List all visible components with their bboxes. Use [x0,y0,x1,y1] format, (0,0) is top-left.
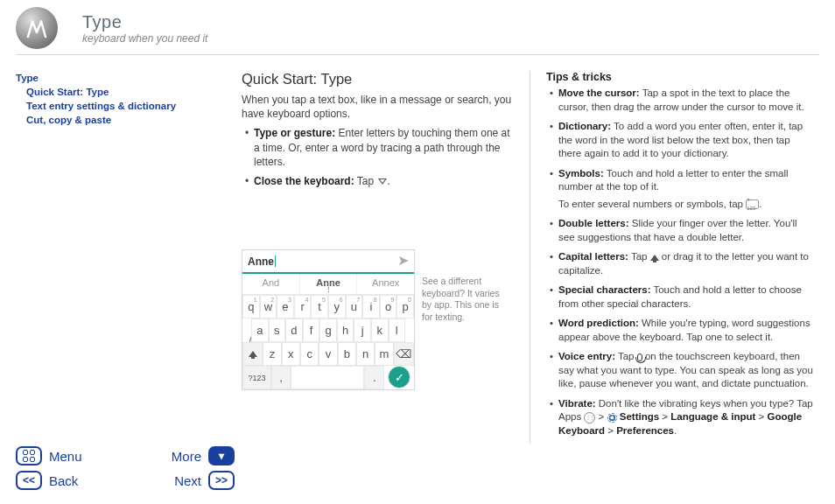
tip-item: Special characters: Touch and hold a let… [553,284,816,311]
key-i: i8 [362,295,380,318]
key-h: h [337,318,354,342]
nav-label: More [172,449,201,464]
content-heading: Quick Start: Type [242,71,514,88]
backspace-key: ⌫ [394,342,414,366]
tip-item: Symbols: Touch and hold a letter to ente… [553,167,816,212]
sidebar-nav: Type Quick Start: Type Text entry settin… [16,71,242,444]
key-f: f [303,318,320,342]
bullet-label: Close the keyboard: [254,175,354,187]
menu-button[interactable]: Menu [16,446,82,466]
keyboard-input: Anne [248,256,397,268]
key-j: j [354,318,371,342]
send-icon: ➤ [397,252,409,269]
shift-key [242,342,263,366]
more-icon: ▾ [208,446,235,466]
key-g: g [319,318,337,342]
main-content: Quick Start: Type When you tap a text bo… [242,71,530,444]
bullet-label: Type or gesture: [254,127,335,139]
tip-item: Voice entry: Tap on the touchscreen keyb… [553,350,816,391]
content-intro: When you tap a text box, like in a messa… [242,93,514,121]
suggestion: Anne [300,274,358,294]
key-b: b [338,342,356,366]
tip-item: Vibrate: Don't like the vibrating keys w… [553,397,816,438]
bullet-type-gesture: Type or gesture: Enter letters by touchi… [254,126,514,169]
symbols-key: ?123 [242,366,271,389]
bullet-close-keyboard: Close the keyboard: Tap . [254,174,514,188]
period-key: . [364,366,384,389]
tips-panel: Tips & tricks Move the cursor: Tap a spo… [530,71,816,444]
back-icon: << [16,471,42,490]
key-s: s [269,318,286,342]
key-w: w2 [260,295,277,318]
next-button[interactable]: Next >> [174,471,235,490]
keyboard-note: See a different keyboard? It varies by a… [422,276,509,324]
key-q: q1 [242,295,260,318]
tip-item: Move the cursor: Tap a spot in the text … [553,87,816,114]
bullet-text: Tap [354,175,377,187]
back-button[interactable]: << Back [16,471,78,490]
page-header: Type keyboard when you need it [0,0,835,54]
space-key [291,366,364,389]
page-title: Type [82,12,207,32]
tips-heading: Tips & tricks [546,71,816,83]
gear-icon [607,413,617,423]
symkey-icon: ?123 [746,200,759,209]
comma-key: , [271,366,291,389]
more-button[interactable]: More ▾ [172,446,235,466]
nav-down-icon [378,178,387,185]
key-r: r4 [294,295,312,318]
shift-icon [650,255,659,261]
sidebar-item-cutcopy[interactable]: Cut, copy & paste [16,113,224,127]
key-m: m [375,342,393,366]
key-n: n [356,342,375,366]
sidebar-item-type[interactable]: Type [16,71,224,85]
nav-label: Next [174,473,201,488]
tip-item: Double letters: Slide your finger over t… [553,217,816,244]
key-u: u7 [346,295,363,318]
sidebar-item-quickstart[interactable]: Quick Start: Type [16,85,224,99]
sidebar-item-textentry[interactable]: Text entry settings & dictionary [16,99,224,113]
tip-item: Capital letters: Tap or drag it to the l… [553,250,816,277]
key-v: v [319,342,337,366]
keyboard-illustration: Anne ➤ And Anne Annex q1w2e3r4t5y6u7i8o9… [242,249,415,390]
key-z: z [263,342,281,366]
next-icon: >> [208,471,235,490]
suggestion: And [242,274,300,294]
mic-icon [637,354,642,361]
page-subtitle: keyboard when you need it [82,32,207,45]
tip-item: Dictionary: To add a word you enter ofte… [553,120,816,161]
menu-icon [16,446,42,466]
enter-key: ✓ [388,366,410,388]
tip-item: Word prediction: While you're typing, wo… [553,317,816,344]
apps-icon [584,412,595,424]
key-y: y6 [328,295,346,318]
suggestion: Annex [357,274,414,294]
nav-label: Back [49,473,78,488]
key-k: k [371,318,389,342]
key-x: x [282,342,300,366]
key-p: p0 [396,295,414,318]
key-c: c [300,342,319,366]
page-nav: Menu More ▾ << Back Next >> [16,441,235,490]
key-d: d [285,318,303,342]
key-e: e3 [277,295,294,318]
key-l: l [389,318,406,342]
key-t: t5 [311,295,328,318]
motorola-logo [16,7,58,49]
key-o: o9 [380,295,397,318]
key-a: a [251,318,269,342]
nav-label: Menu [49,449,82,464]
